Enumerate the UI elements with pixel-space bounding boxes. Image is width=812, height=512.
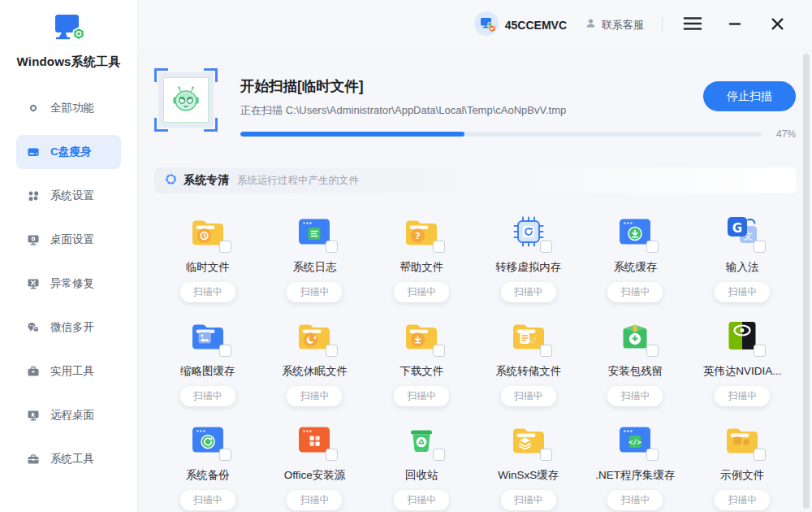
sidebar-item-0[interactable]: 全部功能 [16, 91, 121, 125]
grid-item[interactable]: 缩略图缓存扫描中 [154, 310, 261, 414]
grid-item[interactable]: 回收站扫描中 [368, 414, 475, 512]
gear-icon [27, 102, 40, 115]
folder-question-icon: ? [402, 212, 441, 251]
item-checkbox[interactable] [433, 449, 445, 461]
item-label: 系统备份 [186, 468, 230, 483]
grid-item[interactable]: z系统休眠文件扫描中 [261, 310, 369, 414]
grid-item[interactable]: ?帮助文件扫描中 [368, 206, 475, 310]
item-status-badge: 扫描中 [501, 490, 556, 510]
grid-item[interactable]: Office安装源扫描中 [261, 414, 369, 512]
section-description: 系统运行过程中产生的文件 [237, 174, 359, 188]
grid-item[interactable]: 临时文件扫描中 [154, 206, 261, 310]
grid-item[interactable]: </>.NET程序集缓存扫描中 [582, 414, 689, 512]
menu-button[interactable] [680, 13, 705, 37]
grid-item[interactable]: 系统转储文件扫描中 [475, 310, 582, 414]
section-header: 系统专清 系统运行过程中产生的文件 [154, 167, 796, 193]
item-status-badge: 扫描中 [607, 282, 663, 302]
item-checkbox[interactable] [219, 241, 231, 253]
item-label: WinSxS缓存 [498, 468, 559, 483]
grid-item[interactable]: 安装包残留扫描中 [582, 310, 689, 414]
folder-download-icon [402, 316, 441, 355]
item-checkbox[interactable] [646, 241, 659, 253]
progress-fill [240, 132, 464, 137]
sidebar-item-label: 系统设置 [50, 189, 94, 203]
scrollbar-thumb[interactable] [803, 54, 810, 509]
sidebar-item-3[interactable]: 桌面设置 [16, 223, 121, 257]
item-status-badge: 扫描中 [715, 490, 770, 510]
item-checkbox[interactable] [433, 345, 445, 357]
content-area: 开始扫描[临时文件] 正在扫描 C:\Users\Administrator\A… [138, 50, 812, 512]
folder-clock-icon [188, 212, 227, 251]
item-checkbox[interactable] [754, 449, 766, 461]
item-label: 转移虚拟内存 [495, 260, 561, 275]
sidebar-item-label: 桌面设置 [50, 232, 94, 247]
item-label: 回收站 [405, 468, 438, 483]
item-status-badge: 扫描中 [394, 386, 449, 406]
section-title: 系统专清 [184, 173, 229, 188]
repair-icon [27, 277, 40, 290]
item-checkbox[interactable] [540, 449, 552, 461]
folder-dump-icon [509, 316, 548, 355]
item-label: 下载文件 [400, 364, 443, 379]
stop-scan-button[interactable]: 停止扫描 [703, 81, 796, 111]
spinner-icon [165, 173, 177, 189]
grid-item[interactable]: 系统日志扫描中 [261, 206, 369, 310]
minimize-button[interactable] [723, 13, 747, 37]
item-status-badge: 扫描中 [287, 386, 342, 406]
item-checkbox[interactable] [540, 241, 552, 253]
item-checkbox[interactable] [326, 241, 338, 253]
sidebar-item-1[interactable]: C盘瘦身 [16, 135, 121, 169]
sidebar-item-4[interactable]: 异常修复 [16, 267, 121, 301]
close-icon [771, 17, 784, 33]
grid-item[interactable]: 系统缓存扫描中 [582, 206, 689, 310]
nvidia-icon [723, 316, 762, 355]
svg-text:</>: </> [629, 438, 641, 446]
item-checkbox[interactable] [754, 345, 766, 357]
sidebar-item-6[interactable]: 实用工具 [16, 354, 121, 388]
progress-bar [240, 132, 762, 137]
window-office-icon [295, 420, 334, 459]
grid-item[interactable]: 下载文件扫描中 [368, 310, 475, 414]
item-label: 系统日志 [292, 260, 336, 275]
support-button[interactable]: 联系客服 [585, 17, 644, 33]
window-download-icon [615, 212, 654, 251]
close-button[interactable] [765, 13, 789, 37]
item-checkbox[interactable] [219, 345, 231, 357]
item-checkbox[interactable] [646, 449, 659, 461]
item-checkbox[interactable] [219, 449, 231, 461]
remote-desktop-icon [27, 409, 40, 422]
grid-dots-icon [27, 189, 40, 202]
sidebar: Windows系统工具 全部功能C盘瘦身系统设置桌面设置异常修复微信多开实用工具… [0, 0, 138, 512]
item-status-badge: 扫描中 [394, 282, 449, 302]
sidebar-item-label: 远程桌面 [50, 408, 94, 423]
grid-item[interactable]: 系统备份扫描中 [154, 414, 261, 512]
grid-item[interactable]: 示例文件扫描中 [689, 414, 796, 512]
item-status-badge: 扫描中 [287, 490, 342, 510]
hamburger-menu-icon [683, 16, 702, 33]
user-chip[interactable]: 45CCEMVC [474, 11, 567, 39]
sidebar-item-5[interactable]: 微信多开 [16, 310, 121, 345]
sidebar-nav: 全部功能C盘瘦身系统设置桌面设置异常修复微信多开实用工具远程桌面系统工具 [0, 86, 137, 481]
item-checkbox[interactable] [754, 241, 766, 253]
recycle-bin-icon [402, 420, 441, 459]
sidebar-item-8[interactable]: 系统工具 [16, 442, 121, 476]
item-checkbox[interactable] [326, 449, 338, 461]
sidebar-item-7[interactable]: 远程桌面 [16, 398, 121, 432]
item-checkbox[interactable] [326, 345, 338, 357]
item-status-badge: 扫描中 [607, 386, 663, 406]
grid-item[interactable]: 文G输入法扫描中 [689, 206, 796, 310]
grid-item[interactable]: 英伟达NVIDIA...扫描中 [689, 310, 796, 414]
titlebar: 45CCEMVC 联系客服 [138, 0, 812, 50]
sidebar-item-2[interactable]: 系统设置 [16, 179, 121, 213]
grid-item[interactable]: WinSxS缓存扫描中 [475, 414, 582, 512]
item-checkbox[interactable] [540, 345, 552, 357]
grid-item[interactable]: 转移虚拟内存扫描中 [475, 206, 582, 310]
username: 45CCEMVC [505, 19, 567, 32]
item-status-badge: 扫描中 [715, 386, 770, 406]
item-checkbox[interactable] [646, 345, 659, 357]
scan-status-prefix: 正在扫描 [240, 104, 283, 116]
scan-header: 开始扫描[临时文件] 正在扫描 C:\Users\Administrator\A… [154, 68, 796, 140]
item-checkbox[interactable] [433, 241, 445, 253]
folder-samples-icon [723, 420, 762, 459]
window-log-icon [295, 212, 334, 251]
